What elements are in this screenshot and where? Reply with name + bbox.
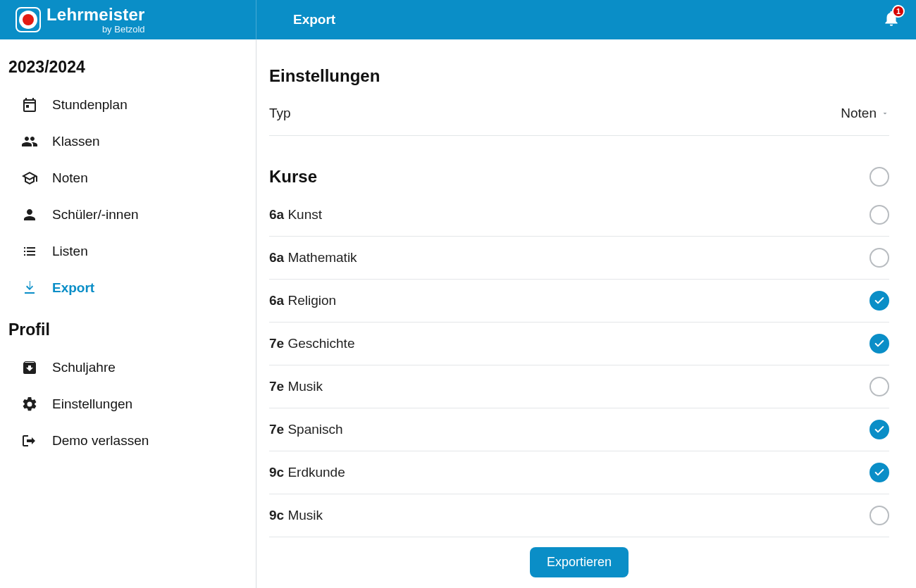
course-label: 7e Spanisch — [269, 422, 343, 437]
type-label: Typ — [269, 106, 291, 121]
list-icon — [20, 243, 39, 260]
select-all-checkbox[interactable] — [869, 167, 889, 187]
course-label: 6a Mathematik — [269, 250, 357, 265]
exit-icon — [20, 432, 39, 449]
brand-title: Lehrmeister — [47, 6, 145, 23]
type-selector-row[interactable]: Typ Noten — [269, 106, 889, 136]
sidebar-item-label: Noten — [52, 170, 88, 186]
main-content: Einstellungen Typ Noten Kurse 6a Kunst6a… — [256, 39, 916, 588]
course-row[interactable]: 6a Religion — [269, 280, 889, 323]
sidebar-item-einstellungen[interactable]: Einstellungen — [7, 386, 249, 423]
chevron-down-icon — [881, 109, 889, 118]
course-row[interactable]: 6a Mathematik — [269, 237, 889, 280]
course-label: 7e Musik — [269, 379, 323, 394]
sidebar-item-label: Schuljahre — [52, 360, 116, 375]
course-checkbox[interactable] — [869, 420, 889, 439]
course-row[interactable]: 7e Geschichte — [269, 323, 889, 365]
export-button[interactable]: Exportieren — [530, 547, 629, 577]
sidebar-item-demo-verlassen[interactable]: Demo verlassen — [7, 423, 249, 459]
course-checkbox[interactable] — [869, 463, 889, 482]
brand-area: Lehrmeister by Betzold — [0, 0, 256, 39]
notification-badge: 1 — [892, 5, 905, 18]
course-label: 6a Religion — [269, 293, 336, 308]
sidebar-item-label: Schüler/-innen — [52, 207, 139, 223]
course-checkbox[interactable] — [869, 248, 889, 268]
sidebar-item-stundenplan[interactable]: Stundenplan — [7, 87, 249, 123]
sidebar-item-label: Export — [52, 280, 94, 296]
course-row[interactable]: 9c Erdkunde — [269, 451, 889, 494]
brand-logo-icon — [16, 7, 41, 32]
calendar-icon — [20, 96, 39, 113]
type-value-text: Noten — [841, 106, 877, 121]
sidebar-item-sch-ler-innen[interactable]: Schüler/-innen — [7, 196, 249, 233]
app-header: Lehrmeister by Betzold Export 1 — [0, 0, 916, 39]
course-label: 7e Geschichte — [269, 336, 354, 351]
course-checkbox[interactable] — [869, 506, 889, 525]
download-icon — [20, 280, 39, 296]
sidebar-item-label: Klassen — [52, 134, 100, 149]
course-label: 6a Kunst — [269, 207, 322, 223]
sidebar: 2023/2024 StundenplanKlassenNotenSchüler… — [0, 39, 256, 588]
type-value: Noten — [841, 106, 889, 121]
course-checkbox[interactable] — [869, 377, 889, 396]
course-row[interactable]: 7e Spanisch — [269, 408, 889, 451]
brand-subtitle: by Betzold — [102, 25, 145, 34]
course-label: 9c Erdkunde — [269, 465, 345, 480]
sidebar-item-noten[interactable]: Noten — [7, 160, 249, 196]
sidebar-section-year: 2023/2024 — [8, 58, 249, 77]
group-icon — [20, 133, 39, 150]
notifications-button[interactable]: 1 — [882, 9, 900, 30]
course-label: 9c Musik — [269, 508, 323, 523]
courses-heading: Kurse — [269, 167, 317, 187]
sidebar-item-label: Demo verlassen — [52, 433, 149, 449]
course-row[interactable]: 7e Musik — [269, 365, 889, 408]
sidebar-item-label: Einstellungen — [52, 396, 132, 412]
school-icon — [20, 170, 39, 187]
sidebar-item-export[interactable]: Export — [7, 270, 249, 306]
course-row[interactable]: 9c Musik — [269, 494, 889, 537]
sidebar-section-profil: Profil — [8, 320, 249, 339]
sidebar-item-label: Stundenplan — [52, 97, 128, 113]
sidebar-item-listen[interactable]: Listen — [7, 233, 249, 270]
course-row[interactable]: 6a Kunst — [269, 194, 889, 237]
settings-heading: Einstellungen — [269, 66, 889, 86]
course-checkbox[interactable] — [869, 205, 889, 225]
page-title: Export — [256, 12, 882, 27]
sidebar-item-label: Listen — [52, 244, 88, 259]
course-checkbox[interactable] — [869, 291, 889, 311]
sidebar-item-klassen[interactable]: Klassen — [7, 123, 249, 160]
course-checkbox[interactable] — [869, 334, 889, 354]
sidebar-item-schuljahre[interactable]: Schuljahre — [7, 349, 249, 386]
archive-icon — [20, 359, 39, 376]
settings-icon — [20, 396, 39, 413]
person-icon — [20, 206, 39, 223]
